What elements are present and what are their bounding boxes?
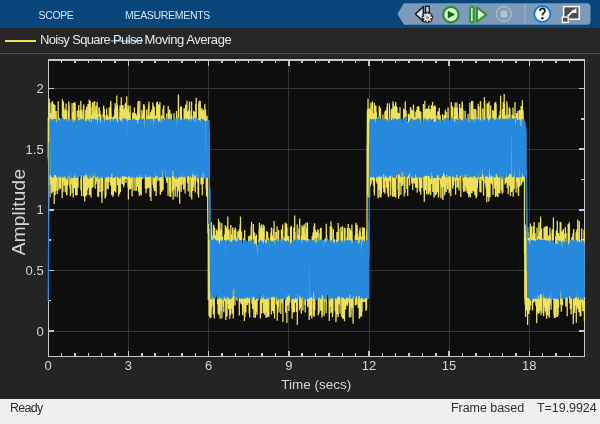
svg-text:18: 18 [522,358,536,373]
svg-text:0: 0 [36,324,43,339]
svg-text:6: 6 [205,358,212,373]
svg-text:2: 2 [36,81,43,96]
svg-text:15: 15 [442,358,456,373]
svg-text:0: 0 [45,358,52,373]
svg-text:1.5: 1.5 [26,142,44,157]
svg-text:9: 9 [285,358,292,373]
svg-text:12: 12 [362,358,376,373]
svg-text:0.5: 0.5 [26,263,44,278]
svg-text:1: 1 [36,202,43,217]
svg-text:Amplitude: Amplitude [8,169,29,255]
svg-text:3: 3 [125,358,132,373]
svg-text:Time (secs): Time (secs) [281,377,351,392]
